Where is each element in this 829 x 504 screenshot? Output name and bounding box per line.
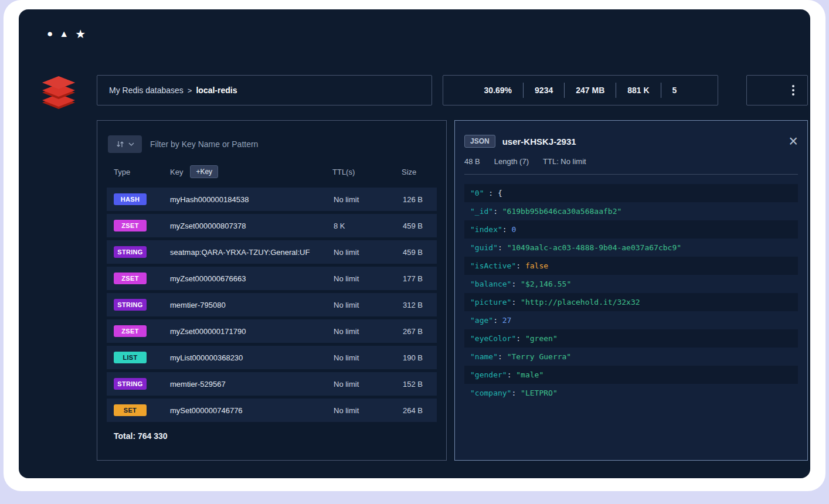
key-ttl: 8 K <box>334 222 403 230</box>
key-ttl: No limit <box>334 195 403 204</box>
key-type-label: JSON <box>464 135 495 148</box>
filter-row <box>108 135 436 154</box>
key-ttl: No limit <box>334 327 403 336</box>
table-row[interactable]: STRING memtier-795080 No limit 312 B <box>107 293 437 316</box>
column-size: Size <box>402 168 436 176</box>
page-card: ● ▲ ★ My Redis databases > local-redis 3… <box>4 0 825 491</box>
json-line[interactable]: "balance": "$2,146.55" <box>464 275 798 293</box>
key-type-badge: STRING <box>114 246 147 258</box>
json-colon: : <box>507 370 517 379</box>
star-icon: ★ <box>75 27 86 41</box>
json-line[interactable]: "gender": "male" <box>464 366 798 384</box>
keys-list-panel: Type Key +Key TTL(s) Size HASH myHash000… <box>97 120 447 461</box>
stat-cpu: 30.69% <box>473 83 523 98</box>
json-colon: : <box>498 352 507 361</box>
key-size: 312 B <box>403 301 437 309</box>
json-value: { <box>498 189 502 197</box>
column-key: Key <box>170 168 183 176</box>
db-stats-bar: 30.69% 9234 247 MB 881 K 5 <box>443 75 718 105</box>
json-key: "index" <box>470 225 502 234</box>
json-colon: : <box>493 316 502 325</box>
column-ttl: TTL(s) <box>332 168 402 176</box>
json-line[interactable]: "name": "Terry Guerra" <box>464 348 798 366</box>
json-value: 0 <box>511 225 516 234</box>
keys-table-body: HASH myHash000000184538 No limit 126 B Z… <box>97 188 446 422</box>
filter-key-input[interactable] <box>150 139 436 149</box>
json-colon: : <box>516 261 525 270</box>
json-line[interactable]: "isActive": false <box>464 257 798 275</box>
stat-commands: 9234 <box>523 83 564 98</box>
selected-key-name: user-KHSKJ-2931 <box>502 137 576 147</box>
json-line[interactable]: "index": 0 <box>464 220 798 239</box>
add-key-button[interactable]: +Key <box>190 165 218 178</box>
table-row[interactable]: STRING memtier-529567 No limit 152 B <box>107 372 437 396</box>
close-icon[interactable]: × <box>789 135 798 147</box>
app-window: ● ▲ ★ My Redis databases > local-redis 3… <box>19 9 810 478</box>
key-ttl: No limit <box>334 353 403 362</box>
json-line[interactable]: "age": 27 <box>464 311 798 329</box>
key-type-badge: ZSET <box>114 325 147 337</box>
json-key: "balance" <box>470 280 511 288</box>
sort-icon <box>116 141 124 148</box>
key-length-meta: Length (7) <box>494 157 529 166</box>
key-size-meta: 48 B <box>464 157 480 166</box>
table-row[interactable]: ZSET myZset000000676663 No limit 177 B <box>107 267 437 290</box>
json-line[interactable]: "company": "LETPRO" <box>464 384 798 402</box>
triangle-icon: ▲ <box>59 29 69 39</box>
table-row[interactable]: HASH myHash000000184538 No limit 126 B <box>107 188 437 211</box>
key-size: 459 B <box>403 222 437 230</box>
key-ttl: No limit <box>334 274 403 283</box>
key-size: 264 B <box>403 406 437 415</box>
json-line[interactable]: "guid": "1049aalc-ac03-4888-9b04-ae037a6… <box>464 239 798 257</box>
key-name: myHash000000184538 <box>170 195 334 204</box>
json-key: "eyeColor" <box>470 334 516 343</box>
json-key: "0" <box>470 189 484 197</box>
json-colon: : <box>511 280 521 288</box>
key-size: 267 B <box>403 327 437 336</box>
json-value: "619bb95b646ca30a568aafb2" <box>502 207 622 216</box>
key-name: memtier-529567 <box>170 380 334 389</box>
table-row[interactable]: ZSET myZset000000807378 8 K 459 B <box>107 214 437 237</box>
json-key: "_id" <box>470 207 493 216</box>
column-type: Type <box>114 168 170 176</box>
filter-type-dropdown[interactable] <box>108 135 142 153</box>
redis-logo <box>42 75 75 110</box>
json-key: "gender" <box>470 370 507 379</box>
json-line[interactable]: "_id": "619bb95b646ca30a568aafb2" <box>464 202 798 220</box>
key-size: 177 B <box>403 274 437 283</box>
key-name: myZset000000676663 <box>170 274 334 283</box>
stat-memory: 247 MB <box>564 83 616 98</box>
json-key: "age" <box>470 316 493 325</box>
json-line[interactable]: "picture": "http://placehold.it/32x32 <box>464 293 798 311</box>
overflow-menu-button[interactable] <box>746 75 808 105</box>
json-colon: : <box>493 207 502 216</box>
details-header: JSON user-KHSKJ-2931 × <box>464 135 798 148</box>
table-row[interactable]: ZSET myZset000000171790 No limit 267 B <box>107 319 437 343</box>
key-size: 152 B <box>403 380 437 389</box>
key-type-badge: ZSET <box>114 273 147 284</box>
key-name: myList000000368230 <box>170 353 334 362</box>
key-ttl: No limit <box>334 380 403 389</box>
key-ttl-meta: TTL: No limit <box>543 157 586 166</box>
json-line[interactable]: "0" : { <box>464 184 798 202</box>
titlebar: ● ▲ ★ <box>47 27 86 41</box>
table-row[interactable]: STRING seatmap:QARA-YRXA-TZUY:General:UF… <box>107 240 437 264</box>
table-row[interactable]: SET mySet000000746776 No limit 264 B <box>107 399 437 422</box>
key-name: memtier-795080 <box>170 301 334 309</box>
key-type-badge: STRING <box>114 378 147 390</box>
table-row[interactable]: LIST myList000000368230 No limit 190 B <box>107 346 437 369</box>
json-colon: : <box>511 389 521 397</box>
circle-icon: ● <box>47 28 53 40</box>
json-key: "isActive" <box>470 261 516 270</box>
key-ttl: No limit <box>334 406 403 415</box>
json-value: 27 <box>502 316 512 325</box>
json-line[interactable]: "eyeColor": "green" <box>464 329 798 348</box>
chevron-down-icon <box>128 142 134 146</box>
key-size: 126 B <box>403 195 437 204</box>
breadcrumb: My Redis databases > local-redis <box>97 75 432 105</box>
details-divider <box>464 174 798 175</box>
json-value: "Terry Guerra" <box>507 352 572 361</box>
breadcrumb-parent-link[interactable]: My Redis databases <box>109 86 184 95</box>
kebab-menu-icon <box>790 83 797 98</box>
key-details-panel: JSON user-KHSKJ-2931 × 48 B Length (7) T… <box>454 120 808 461</box>
